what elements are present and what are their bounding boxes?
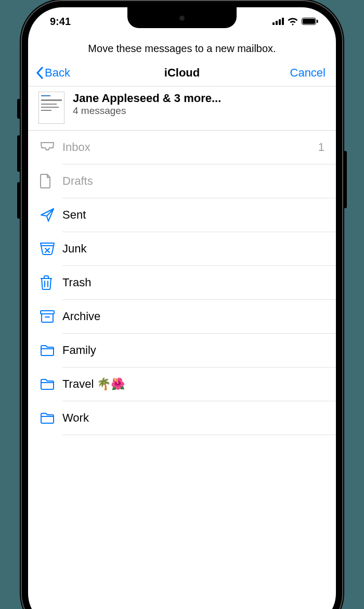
message-thumbnail bbox=[38, 92, 64, 124]
mailbox-row-sent[interactable]: Sent bbox=[28, 198, 336, 232]
trash-icon bbox=[40, 275, 62, 290]
mailbox-label: Sent bbox=[62, 208, 324, 222]
battery-icon bbox=[302, 18, 318, 25]
phone-frame: 9:41 Move these messages to a new mailbo… bbox=[21, 0, 343, 609]
svg-rect-2 bbox=[279, 19, 281, 25]
mailbox-row-family[interactable]: Family bbox=[28, 334, 336, 367]
folder-icon bbox=[40, 344, 62, 357]
svg-rect-5 bbox=[303, 19, 315, 24]
selection-subtitle: 4 messages bbox=[73, 105, 326, 117]
folder-icon bbox=[40, 412, 62, 424]
chevron-left-icon bbox=[35, 67, 45, 79]
mailbox-row-travel[interactable]: Travel 🌴🌺 bbox=[28, 367, 336, 401]
wifi-icon bbox=[287, 17, 298, 26]
junk-icon bbox=[40, 242, 62, 256]
mailbox-row-junk[interactable]: Junk bbox=[28, 232, 336, 265]
notch bbox=[127, 7, 237, 28]
mailbox-label: Archive bbox=[62, 310, 324, 323]
navigation-bar: Back iCloud Cancel bbox=[28, 66, 336, 86]
mailbox-count: 1 bbox=[318, 141, 324, 154]
send-icon bbox=[40, 207, 62, 223]
archive-icon bbox=[40, 310, 62, 323]
mailbox-label: Work bbox=[62, 411, 324, 425]
back-button[interactable]: Back bbox=[35, 66, 70, 80]
svg-rect-1 bbox=[276, 21, 278, 25]
selection-title: Jane Appleseed & 3 more... bbox=[73, 92, 326, 105]
instruction-text: Move these messages to a new mailbox. bbox=[28, 35, 336, 66]
mailbox-label: Trash bbox=[62, 276, 324, 289]
screen: 9:41 Move these messages to a new mailbo… bbox=[28, 7, 336, 609]
svg-rect-11 bbox=[41, 311, 54, 314]
status-time: 9:41 bbox=[50, 16, 71, 28]
mailbox-label: Family bbox=[62, 344, 324, 357]
svg-rect-3 bbox=[282, 18, 284, 25]
back-label: Back bbox=[45, 66, 70, 80]
folder-icon bbox=[40, 378, 62, 390]
cellular-icon bbox=[272, 18, 284, 25]
mailbox-label: Junk bbox=[62, 242, 324, 256]
svg-rect-6 bbox=[317, 20, 318, 23]
mailbox-row-drafts: Drafts bbox=[28, 164, 336, 198]
mailbox-label: Drafts bbox=[62, 174, 324, 188]
mailbox-label: Inbox bbox=[62, 141, 318, 154]
mailbox-list: Inbox1DraftsSentJunkTrashArchiveFamilyTr… bbox=[28, 131, 336, 435]
separator bbox=[62, 435, 336, 435]
mailbox-row-archive[interactable]: Archive bbox=[28, 300, 336, 333]
mailbox-row-inbox: Inbox1 bbox=[28, 131, 336, 164]
mailbox-row-work[interactable]: Work bbox=[28, 401, 336, 435]
cancel-button[interactable]: Cancel bbox=[290, 66, 326, 80]
mailbox-label: Travel 🌴🌺 bbox=[62, 377, 324, 391]
selection-summary: Jane Appleseed & 3 more... 4 messages bbox=[28, 86, 336, 130]
inbox-icon bbox=[40, 141, 62, 154]
doc-icon bbox=[40, 173, 62, 189]
mailbox-row-trash[interactable]: Trash bbox=[28, 266, 336, 299]
svg-rect-0 bbox=[272, 22, 275, 25]
